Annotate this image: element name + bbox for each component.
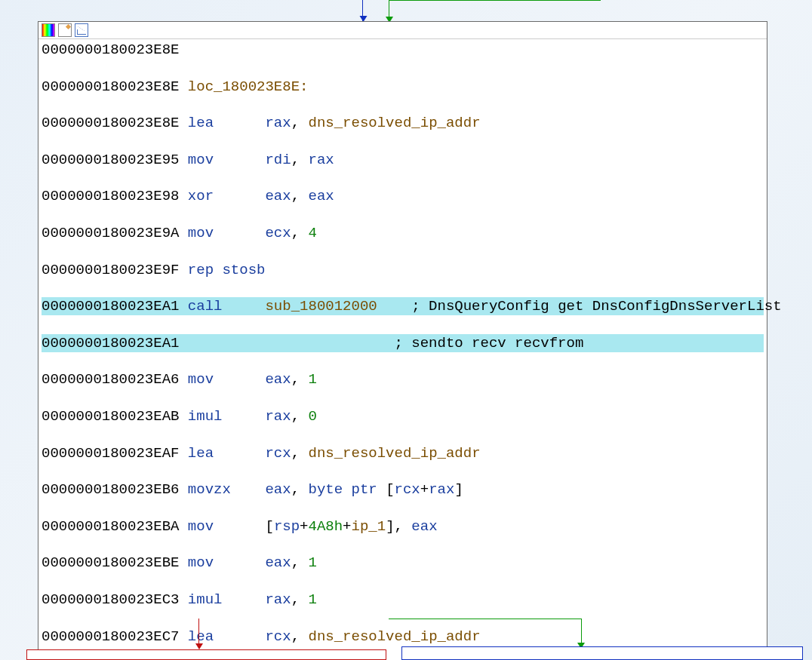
successor-node-true[interactable] <box>401 646 803 660</box>
disasm-listing[interactable]: 0000000180023E8E 0000000180023E8E loc_18… <box>38 39 767 660</box>
edge-in-blue <box>362 0 378 21</box>
disasm-node[interactable]: 0000000180023E8E 0000000180023E8E loc_18… <box>38 21 767 660</box>
disasm-line[interactable]: 0000000180023E98 xor eax, eax <box>42 187 764 205</box>
disasm-line[interactable]: 0000000180023E8E loc_180023E8E: <box>42 78 764 96</box>
disasm-line[interactable]: 0000000180023EBA mov [rsp+4A8h+ip_1], ea… <box>42 517 764 536</box>
edge-out-false <box>198 619 207 649</box>
disasm-line[interactable]: 0000000180023E9F rep stosb <box>42 261 764 279</box>
disasm-line[interactable]: 0000000180023EBE mov eax, 1 <box>42 554 764 572</box>
xrefs-chart-icon[interactable] <box>75 23 88 37</box>
disasm-line[interactable]: 0000000180023E8E lea rax, dns_resolved_i… <box>42 114 764 132</box>
disasm-line[interactable]: 0000000180023E9A mov ecx, 4 <box>42 224 764 242</box>
disasm-line[interactable]: 0000000180023E8E <box>42 41 764 59</box>
disasm-line[interactable]: 0000000180023EA1 call sub_180012000 ; Dn… <box>42 297 764 315</box>
disasm-line[interactable]: 0000000180023E95 mov rdi, rax <box>42 151 764 169</box>
disasm-line[interactable]: 0000000180023EAB imul rax, 0 <box>42 407 764 425</box>
disasm-line[interactable]: 0000000180023EC3 imul rax, 1 <box>42 591 764 609</box>
color-picker-icon[interactable] <box>42 23 55 37</box>
edge-in-green <box>389 0 601 22</box>
disasm-line[interactable]: 0000000180023EAF lea rcx, dns_resolved_i… <box>42 444 764 462</box>
disasm-line[interactable]: 0000000180023EA6 mov eax, 1 <box>42 370 764 388</box>
disasm-line[interactable]: 0000000180023EB6 movzx eax, byte ptr [rc… <box>42 480 764 499</box>
node-toolbar <box>38 22 767 39</box>
disasm-line[interactable]: 0000000180023EA1 ; sendto recv recvfrom <box>42 334 764 352</box>
successor-node-false[interactable] <box>26 649 386 660</box>
edge-out-true <box>389 619 582 648</box>
rename-icon[interactable] <box>58 23 72 37</box>
incoming-edges <box>0 0 812 23</box>
